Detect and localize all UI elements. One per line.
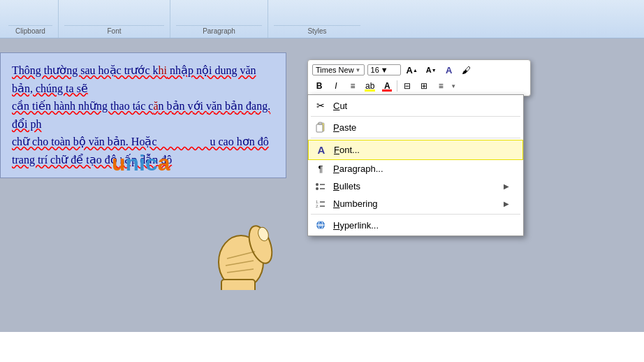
hyperlink-label: Hyperlink...	[333, 220, 509, 231]
svg-rect-8	[316, 124, 323, 132]
text-line-4: trang trí chữ để tạo độ hấp dẫn đô	[12, 151, 275, 169]
numbering-label: Numbering	[333, 198, 498, 209]
bullets-icon	[314, 182, 328, 191]
mini-toolbar[interactable]: Times New ▼ 16 ▼ A▲ A▼ A 🖌 B I ≡ ab A	[307, 59, 531, 96]
ribbon-bar: Clipboard Font Paragraph Styles	[0, 0, 644, 38]
font-color-button[interactable]: A	[380, 79, 394, 93]
document-area: Thông thường sau hoặc trước khi nhập nội…	[0, 38, 644, 332]
ribbon-section-font: Font	[59, 0, 170, 38]
ribbon-section-clipboard: Clipboard	[3, 0, 59, 38]
font-color-bar	[382, 89, 392, 92]
mini-toolbar-row2: B I ≡ ab A ⊟ ⊞ ≡ ▼	[312, 79, 526, 93]
indent-right-button[interactable]: ⊟	[400, 79, 414, 93]
numbering-icon: 1.2.	[314, 199, 328, 209]
context-menu-paragraph[interactable]: ¶ Paragraph...	[308, 160, 523, 178]
font-name-arrow[interactable]: ▼	[356, 67, 361, 73]
styles-label: Styles	[274, 25, 360, 35]
svg-point-10	[316, 183, 319, 186]
text-line-3: chữ cho toàn bộ văn bản. Hoặc u cao hơn …	[12, 133, 275, 151]
text-line-1: Thông thường sau hoặc trước khi nhập nội…	[12, 61, 275, 97]
grow-font-button[interactable]: A▲	[404, 63, 420, 77]
list-button[interactable]: ≡	[434, 79, 448, 93]
font-size-arrow[interactable]: ▼	[381, 66, 388, 74]
cut-icon: ✂	[314, 100, 328, 111]
svg-text:2.: 2.	[316, 204, 319, 208]
font-menu-icon: A	[314, 144, 328, 156]
context-menu-cut[interactable]: ✂ Cut	[308, 96, 523, 115]
paragraph-icon: ¶	[314, 164, 328, 174]
numbering-arrow: ▶	[504, 200, 509, 208]
font-menu-label: Font...	[334, 145, 508, 155]
context-menu-bullets[interactable]: Bullets ▶	[308, 178, 523, 195]
thumbs-up-pointer	[196, 199, 286, 290]
align-center-button[interactable]: ≡	[346, 79, 360, 93]
highlight-button[interactable]: ab	[363, 79, 377, 93]
context-menu-numbering[interactable]: 1.2. Numbering ▶	[308, 195, 523, 212]
ribbon-section-styles: Styles	[268, 0, 366, 38]
bullets-arrow: ▶	[504, 182, 509, 190]
format-font-button[interactable]: A	[442, 63, 456, 77]
context-menu-hyperlink[interactable]: Hyperlink...	[308, 216, 523, 234]
context-menu-font[interactable]: A Font...	[308, 140, 523, 160]
ctx-separator-2	[311, 138, 520, 138]
font-size-selector[interactable]: 16 ▼	[367, 64, 401, 75]
highlight-color-bar	[365, 89, 375, 92]
selected-text-block: Thông thường sau hoặc trước khi nhập nội…	[0, 52, 286, 178]
paragraph-label: Paragraph...	[333, 164, 509, 174]
ribbon-section-paragraph: Paragraph	[170, 0, 268, 38]
paste-icon	[314, 122, 328, 133]
svg-rect-5	[221, 280, 255, 290]
ctx-separator-1	[311, 116, 520, 117]
paint-format-button[interactable]: 🖌	[459, 63, 474, 77]
font-label: Font	[64, 25, 164, 35]
indent-left-button[interactable]: ⊞	[417, 79, 431, 93]
font-name-text: Times New	[316, 66, 354, 74]
text-line-2: cần tiến hành những thao tác căn bản với…	[12, 97, 275, 133]
svg-rect-9	[319, 122, 322, 124]
toolbar-separator	[397, 80, 397, 92]
context-menu[interactable]: ✂ Cut Paste A Font... ¶ Paragraph...	[307, 94, 524, 236]
italic-button[interactable]: I	[329, 79, 343, 93]
font-size-text: 16	[371, 66, 379, 74]
bullets-label: Bullets	[333, 181, 498, 191]
font-name-selector[interactable]: Times New ▼	[312, 64, 365, 75]
ctx-separator-3	[311, 214, 520, 215]
paragraph-label: Paragraph	[176, 25, 262, 35]
hyperlink-icon	[314, 219, 328, 231]
clipboard-label: Clipboard	[8, 25, 52, 35]
svg-point-12	[316, 187, 319, 190]
bold-button[interactable]: B	[312, 79, 326, 93]
list-arrow[interactable]: ▼	[451, 83, 456, 89]
paste-label: Paste	[333, 122, 509, 133]
mini-toolbar-row1: Times New ▼ 16 ▼ A▲ A▼ A 🖌	[312, 63, 526, 77]
shrink-font-button[interactable]: A▼	[423, 63, 439, 77]
cut-label: Cut	[333, 101, 509, 111]
context-menu-paste[interactable]: Paste	[308, 118, 523, 136]
